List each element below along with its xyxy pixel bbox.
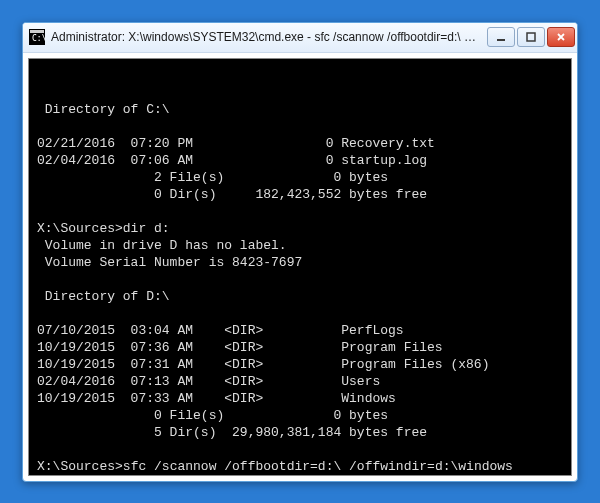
output-line: 2 File(s) 0 bytes	[37, 170, 388, 185]
output-line: 0 File(s) 0 bytes	[37, 408, 388, 423]
output-line: 10/19/2015 07:36 AM <DIR> Program Files	[37, 340, 443, 355]
output-line: 0 Dir(s) 182,423,552 bytes free	[37, 187, 427, 202]
output-line	[37, 306, 45, 321]
prompt: X:\Sources>	[37, 459, 123, 474]
svg-text:C:\: C:\	[32, 34, 45, 43]
output-line: 02/04/2016 07:13 AM <DIR> Users	[37, 374, 380, 389]
cmd-icon: C:\	[29, 29, 45, 45]
window-controls	[485, 27, 575, 47]
close-button[interactable]	[547, 27, 575, 47]
output-line: 02/21/2016 07:20 PM 0 Recovery.txt	[37, 136, 435, 151]
output-line: Volume in drive D has no label.	[37, 238, 287, 253]
maximize-button[interactable]	[517, 27, 545, 47]
output-line: Directory of D:\	[37, 289, 170, 304]
cmd-window: C:\ Administrator: X:\windows\SYSTEM32\c…	[22, 22, 578, 482]
output-line: X:\Sources>dir d:	[37, 221, 170, 236]
terminal-output[interactable]: Directory of C:\ 02/21/2016 07:20 PM 0 R…	[28, 58, 572, 476]
output-line: 07/10/2015 03:04 AM <DIR> PerfLogs	[37, 323, 404, 338]
output-line: 5 Dir(s) 29,980,381,184 bytes free	[37, 425, 427, 440]
svg-rect-1	[30, 30, 44, 33]
window-title: Administrator: X:\windows\SYSTEM32\cmd.e…	[51, 30, 479, 44]
output-line	[37, 119, 45, 134]
output-line	[37, 442, 45, 457]
output-line: 10/19/2015 07:33 AM <DIR> Windows	[37, 391, 396, 406]
output-line	[37, 204, 45, 219]
minimize-button[interactable]	[487, 27, 515, 47]
output-line	[37, 272, 45, 287]
output-line: 02/04/2016 07:06 AM 0 startup.log	[37, 153, 427, 168]
output-line: Volume Serial Number is 8423-7697	[37, 255, 302, 270]
output-line: 10/19/2015 07:31 AM <DIR> Program Files …	[37, 357, 489, 372]
output-line	[37, 85, 45, 100]
output-line: Directory of C:\	[37, 102, 170, 117]
sfc-command: sfc /scannow /offbootdir=d:\ /offwindir=…	[123, 458, 513, 475]
titlebar[interactable]: C:\ Administrator: X:\windows\SYSTEM32\c…	[23, 23, 577, 53]
svg-rect-3	[497, 39, 505, 41]
svg-rect-4	[527, 33, 535, 41]
